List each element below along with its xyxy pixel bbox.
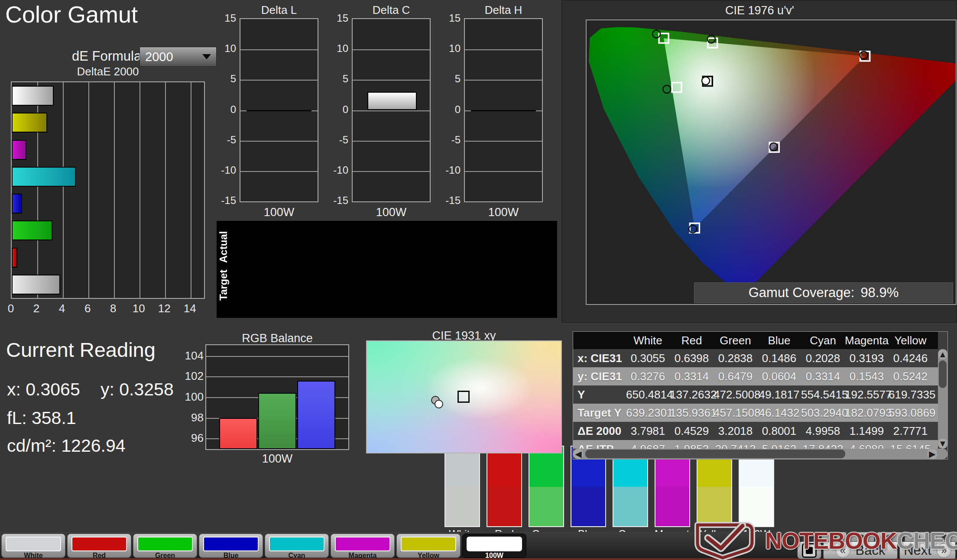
cie1976-plot — [586, 19, 957, 305]
delta-y-tick: 15 — [430, 12, 461, 24]
table-cell: 0.1543 — [845, 370, 889, 383]
table-body: x: CIE310.30550.63980.28380.14860.20280.… — [573, 349, 938, 449]
table-cell: 182.0793 — [845, 406, 889, 420]
table-cell: 2.7771 — [889, 424, 932, 438]
patch-tab-swatch — [269, 537, 324, 551]
table-cell: 0.3193 — [845, 352, 889, 365]
deltae-bar-cyan — [12, 167, 76, 187]
delta-y-tick: 10 — [318, 42, 348, 55]
toolbar-button-icon — [914, 534, 920, 541]
table-column-header: Red — [670, 334, 714, 347]
delta-y-tick: 0 — [206, 104, 236, 116]
table-column-header: Green — [714, 334, 757, 347]
table-cell: 192.5577 — [845, 388, 889, 401]
delta-chart-title: Delta C — [352, 3, 431, 17]
deltae-bar-blue — [12, 194, 22, 214]
delta-x-label: 100W — [464, 206, 543, 219]
delta-gridline — [240, 141, 318, 142]
de-formula-dropdown[interactable]: 2000 — [139, 47, 217, 67]
deltae-x-tick: 14 — [181, 302, 198, 315]
rgb-balance-title: RGB Balance — [205, 332, 349, 345]
cie1976-title: CIE 1976 u'v' — [562, 4, 957, 17]
deltae-gridline — [139, 82, 140, 298]
patch-tab-blue[interactable]: Blue — [199, 534, 263, 558]
deltae-x-tick: 8 — [104, 302, 122, 315]
delta-y-tick: 0 — [430, 104, 461, 116]
table-cell: 619.7335 — [889, 388, 932, 401]
scroll-right-arrow[interactable]: ▶ — [928, 449, 937, 459]
rgb-balance-x-label: 100W — [205, 452, 349, 466]
table-cell: 0.2838 — [714, 352, 757, 365]
table-row: Target Y639.2301135.9361457.150846.14325… — [573, 404, 938, 422]
delta-gridline — [353, 171, 430, 172]
swatch-target — [697, 487, 732, 527]
delta-y-tick: 15 — [318, 12, 348, 24]
deltae-gridline — [88, 82, 89, 298]
table-cell: 135.9361 — [670, 406, 714, 420]
patch-tab-yellow[interactable]: Yellow — [396, 534, 461, 558]
current-reading-y: y: 0.3258 — [101, 379, 174, 400]
delta-chart-title: Delta L — [240, 3, 318, 17]
table-row: x: CIE310.30550.63980.28380.14860.20280.… — [573, 349, 938, 367]
scroll-left-arrow[interactable]: ◀ — [574, 449, 583, 459]
table-cell: 0.4529 — [670, 424, 714, 438]
table-cell: 0.5242 — [889, 370, 932, 383]
table-cell: 0.3314 — [801, 370, 845, 383]
delta-gridline — [465, 141, 542, 142]
table-row: ΔE 20003.79810.45293.20180.80014.99581.1… — [573, 422, 938, 440]
table-cell: 137.2632 — [670, 388, 714, 401]
deltae-bar-red — [12, 248, 17, 268]
table-vertical-scrollbar[interactable]: ▲▼ — [938, 349, 947, 449]
delta-x-label: 100W — [240, 206, 318, 219]
delta-gridline — [465, 49, 542, 50]
delta-y-tick: 5 — [318, 73, 348, 85]
toolbar-button-icon — [831, 534, 837, 541]
table-column-header: White — [626, 334, 670, 347]
gamut-coverage-label: Gamut Coverage: — [749, 285, 855, 301]
rgb-y-tick: 104 — [173, 349, 204, 363]
patch-tab-white[interactable]: White — [1, 534, 65, 558]
vertical-scroll-thumb[interactable] — [939, 360, 947, 388]
swatch-column-white: White — [444, 442, 480, 539]
chevron-down-icon — [202, 54, 211, 59]
patch-tab-green[interactable]: Green — [133, 534, 197, 558]
scroll-down-arrow[interactable]: ▼ — [938, 439, 947, 448]
table-cell: 503.2940 — [801, 406, 845, 420]
patch-tab-cyan[interactable]: Cyan — [265, 534, 329, 558]
swatch-target — [613, 487, 648, 527]
rgb-bar-blue — [297, 381, 335, 449]
patch-tab-100w[interactable]: 100W — [462, 534, 526, 558]
delta-gridline — [240, 49, 318, 50]
patch-tab-magenta[interactable]: Magenta — [331, 534, 395, 558]
next-button[interactable]: Next » — [899, 541, 956, 559]
table-horizontal-scrollbar[interactable]: ◀▶ — [573, 449, 947, 459]
deltae-gridline — [165, 82, 166, 298]
table-cell: 0.4246 — [889, 352, 932, 365]
toolbar-button-icon — [859, 534, 865, 541]
table-cell: 457.1508 — [714, 406, 757, 420]
table-cell: 0.3314 — [670, 370, 714, 383]
table-cell: 3.7981 — [626, 424, 670, 438]
stop-button[interactable] — [797, 541, 821, 559]
row-label: x: CIE31 — [573, 352, 626, 365]
table-cell: 554.5415 — [801, 388, 845, 401]
table-cell: 4.9687 — [626, 443, 670, 449]
table-cell: 20.7412 — [714, 443, 757, 449]
back-button[interactable]: « Back — [823, 541, 898, 559]
back-button-label: Back — [856, 543, 886, 558]
delta-y-tick: -5 — [318, 134, 348, 146]
table-cell: 0.3276 — [626, 370, 670, 383]
swatch-column-green: Green — [529, 442, 564, 539]
current-reading-x: x: 0.3065 — [7, 379, 80, 400]
table-column-header: Yellow — [889, 334, 932, 347]
horizontal-scroll-thumb[interactable] — [585, 450, 845, 458]
patch-tab-red[interactable]: Red — [67, 534, 131, 558]
table-row: ΔE ITP4.96871.985320.74125.916217.84224.… — [573, 440, 938, 449]
row-label: Target Y — [573, 406, 626, 420]
swatch-target — [571, 487, 606, 527]
delta_h-zero-bar — [471, 110, 536, 111]
rgb-y-tick: 102 — [173, 369, 204, 383]
swatch-target — [444, 487, 480, 527]
deltae-bar-yellow — [12, 113, 47, 133]
scroll-up-arrow[interactable]: ▲ — [938, 350, 947, 359]
